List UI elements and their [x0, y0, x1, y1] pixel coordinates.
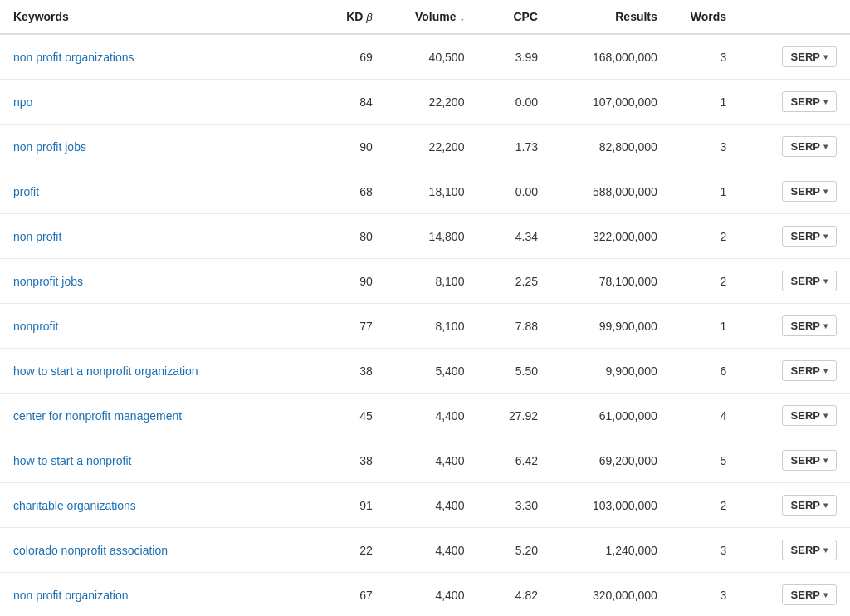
cell-keyword[interactable]: non profit organizations — [0, 34, 312, 80]
serp-button-label: SERP — [791, 95, 820, 108]
serp-button[interactable]: SERP▾ — [782, 315, 837, 336]
cell-volume: 8,100 — [386, 259, 478, 304]
serp-button[interactable]: SERP▾ — [782, 405, 837, 426]
cell-kd: 90 — [312, 125, 386, 169]
cell-volume: 8,100 — [386, 304, 478, 349]
cell-words: 6 — [671, 349, 740, 394]
cell-results: 320,000,000 — [551, 573, 671, 617]
cell-volume: 5,400 — [386, 349, 478, 394]
cell-keyword[interactable]: center for nonprofit management — [0, 394, 312, 438]
serp-button-label: SERP — [791, 275, 820, 287]
cell-serp: SERP▾ — [740, 304, 850, 349]
cell-serp: SERP▾ — [740, 573, 850, 617]
cell-keyword[interactable]: non profit organization — [0, 573, 312, 617]
cell-words: 5 — [671, 438, 740, 483]
cell-words: 2 — [671, 259, 740, 304]
col-header-keywords: Keywords — [0, 0, 312, 34]
cell-words: 2 — [671, 483, 740, 528]
serp-button[interactable]: SERP▾ — [782, 91, 837, 112]
serp-button[interactable]: SERP▾ — [782, 271, 837, 291]
col-header-cpc: CPC — [477, 0, 551, 34]
cell-cpc: 6.42 — [477, 438, 551, 483]
cell-cpc: 2.25 — [477, 259, 551, 304]
chevron-down-icon: ▾ — [823, 321, 828, 330]
cell-cpc: 0.00 — [477, 80, 551, 125]
cell-serp: SERP▾ — [740, 80, 850, 125]
cell-serp: SERP▾ — [740, 394, 850, 438]
col-header-serp — [740, 0, 850, 34]
serp-button[interactable]: SERP▾ — [782, 584, 837, 605]
table-row: center for nonprofit management454,40027… — [0, 394, 850, 438]
serp-button[interactable]: SERP▾ — [782, 226, 837, 247]
cell-keyword[interactable]: colorado nonprofit association — [0, 528, 312, 573]
table-row: non profit organization674,4004.82320,00… — [0, 573, 850, 617]
cell-serp: SERP▾ — [740, 34, 850, 80]
chevron-down-icon: ▾ — [823, 366, 828, 375]
cell-serp: SERP▾ — [740, 214, 850, 259]
cell-kd: 22 — [312, 528, 386, 573]
cell-keyword[interactable]: non profit jobs — [0, 125, 312, 169]
cell-words: 1 — [671, 304, 740, 349]
serp-button-label: SERP — [791, 320, 820, 332]
cell-results: 107,000,000 — [551, 80, 671, 125]
cell-results: 103,000,000 — [551, 483, 671, 528]
cell-cpc: 4.82 — [477, 573, 551, 617]
cell-words: 3 — [671, 573, 740, 617]
table-row: charitable organizations914,4003.30103,0… — [0, 483, 850, 528]
cell-results: 61,000,000 — [551, 394, 671, 438]
cell-keyword[interactable]: profit — [0, 169, 312, 214]
serp-button[interactable]: SERP▾ — [782, 360, 837, 381]
cell-keyword[interactable]: how to start a nonprofit organization — [0, 349, 312, 394]
col-header-volume[interactable]: Volume ↓ — [386, 0, 478, 34]
cell-serp: SERP▾ — [740, 349, 850, 394]
serp-button[interactable]: SERP▾ — [782, 540, 837, 560]
cell-keyword[interactable]: npo — [0, 80, 312, 125]
serp-button[interactable]: SERP▾ — [782, 181, 837, 202]
cell-words: 1 — [671, 80, 740, 125]
cell-results: 168,000,000 — [551, 34, 671, 80]
cell-keyword[interactable]: nonprofit jobs — [0, 259, 312, 304]
cell-keyword[interactable]: charitable organizations — [0, 483, 312, 528]
cell-kd: 80 — [312, 214, 386, 259]
serp-button[interactable]: SERP▾ — [782, 136, 837, 157]
serp-button-label: SERP — [791, 140, 820, 153]
cell-kd: 91 — [312, 483, 386, 528]
cell-words: 1 — [671, 169, 740, 214]
cell-keyword[interactable]: how to start a nonprofit — [0, 438, 312, 483]
cell-words: 3 — [671, 528, 740, 573]
keyword-table-container: Keywords KD β Volume ↓ CPC Results Words — [0, 0, 850, 616]
cell-kd: 90 — [312, 259, 386, 304]
table-row: non profit8014,8004.34322,000,0002SERP▾ — [0, 214, 850, 259]
cell-cpc: 27.92 — [477, 394, 551, 438]
serp-button-label: SERP — [791, 51, 820, 63]
table-row: npo8422,2000.00107,000,0001SERP▾ — [0, 80, 850, 125]
table-header-row: Keywords KD β Volume ↓ CPC Results Words — [0, 0, 850, 34]
cell-kd: 69 — [312, 34, 386, 80]
cell-results: 78,100,000 — [551, 259, 671, 304]
cell-results: 82,800,000 — [551, 125, 671, 169]
serp-button-label: SERP — [791, 499, 820, 511]
serp-button[interactable]: SERP▾ — [782, 450, 837, 471]
cell-words: 4 — [671, 394, 740, 438]
cell-kd: 38 — [312, 349, 386, 394]
cell-serp: SERP▾ — [740, 259, 850, 304]
cell-serp: SERP▾ — [740, 483, 850, 528]
table-row: nonprofit jobs908,1002.2578,100,0002SERP… — [0, 259, 850, 304]
chevron-down-icon: ▾ — [823, 501, 828, 510]
table-row: profit6818,1000.00588,000,0001SERP▾ — [0, 169, 850, 214]
chevron-down-icon: ▾ — [823, 411, 828, 420]
table-row: how to start a nonprofit organization385… — [0, 349, 850, 394]
serp-button-label: SERP — [791, 185, 820, 198]
table-row: nonprofit778,1007.8899,900,0001SERP▾ — [0, 304, 850, 349]
chevron-down-icon: ▾ — [823, 590, 828, 599]
cell-cpc: 3.99 — [477, 34, 551, 80]
cell-cpc: 1.73 — [477, 125, 551, 169]
cell-keyword[interactable]: non profit — [0, 214, 312, 259]
cell-kd: 67 — [312, 573, 386, 617]
serp-button[interactable]: SERP▾ — [782, 46, 837, 67]
keyword-table: Keywords KD β Volume ↓ CPC Results Words — [0, 0, 850, 616]
serp-button[interactable]: SERP▾ — [782, 495, 837, 516]
cell-kd: 84 — [312, 80, 386, 125]
chevron-down-icon: ▾ — [823, 276, 828, 286]
cell-keyword[interactable]: nonprofit — [0, 304, 312, 349]
